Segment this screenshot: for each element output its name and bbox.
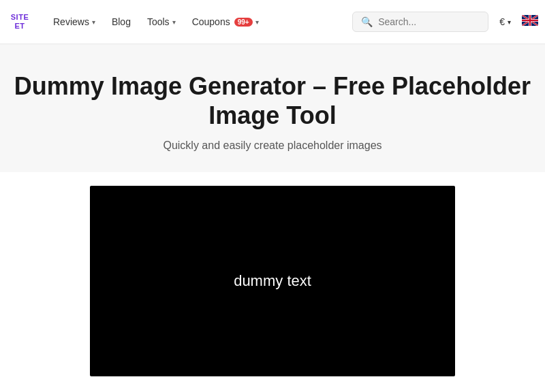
search-icon: 🔍 (361, 16, 373, 27)
nav-item-reviews[interactable]: Reviews ▾ (46, 12, 102, 31)
nav-label-tools: Tools (147, 16, 170, 27)
language-selector[interactable] (522, 15, 538, 29)
nav-right: 🔍 € ▾ (352, 12, 538, 32)
logo-text: SITEET (11, 13, 29, 31)
image-preview: dummy text (90, 186, 455, 376)
hero-section: Dummy Image Generator – Free Placeholder… (0, 44, 545, 172)
site-logo[interactable]: SITEET (7, 13, 33, 31)
uk-flag-icon (522, 15, 538, 26)
nav-items: Reviews ▾ Blog Tools ▾ Coupons 99+ ▾ (46, 12, 352, 31)
coupons-badge: 99+ (234, 18, 253, 27)
chevron-down-icon-currency: ▾ (508, 18, 511, 26)
page-title: Dummy Image Generator – Free Placeholder… (14, 71, 531, 130)
navbar: SITEET Reviews ▾ Blog Tools ▾ Coupons 99… (0, 0, 545, 44)
currency-selector[interactable]: € ▾ (494, 12, 516, 31)
nav-item-coupons[interactable]: Coupons 99+ ▾ (185, 12, 266, 31)
chevron-down-icon-tools: ▾ (172, 18, 176, 26)
search-bar[interactable]: 🔍 (352, 12, 488, 32)
nav-label-blog: Blog (112, 16, 131, 27)
nav-label-reviews: Reviews (53, 16, 89, 27)
preview-section: dummy text (0, 172, 545, 390)
chevron-down-icon-coupons: ▾ (255, 18, 259, 26)
hero-subtitle: Quickly and easily create placeholder im… (14, 140, 531, 152)
chevron-down-icon: ▾ (92, 18, 95, 26)
nav-item-tools[interactable]: Tools ▾ (140, 12, 183, 31)
nav-item-blog[interactable]: Blog (105, 12, 138, 31)
dummy-text-label: dummy text (234, 272, 311, 290)
nav-label-coupons: Coupons (192, 16, 230, 27)
search-input[interactable] (378, 16, 480, 27)
currency-symbol: € (499, 16, 505, 27)
